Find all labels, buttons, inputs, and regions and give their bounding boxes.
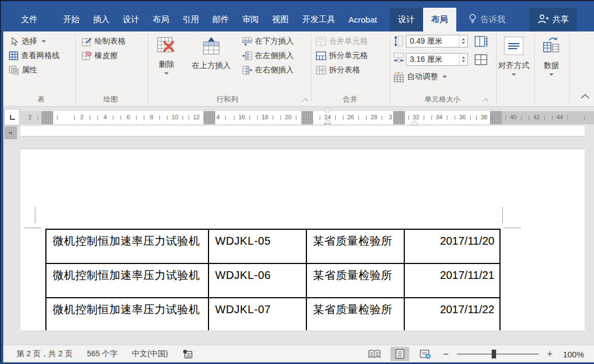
table-row[interactable]: 微机控制恒加速率压力试验机 WDJKL-05 某省质量检验所 2017/11/2… (46, 229, 500, 263)
horizontal-ruler[interactable]: 2246810124161820242628332343638404244 (19, 111, 594, 124)
tab-table-tools-design[interactable]: 设计 (390, 8, 423, 31)
tab-references[interactable]: 引用 (176, 8, 206, 31)
insert-right-label: 在右侧插入 (255, 65, 294, 75)
right-indent-marker[interactable] (410, 120, 418, 125)
cell-date[interactable]: 2017/11/20 (404, 229, 500, 263)
cell-model[interactable]: WDJKL-05 (209, 229, 306, 263)
word-count-status[interactable]: 565 个字 (87, 349, 117, 359)
ruler-tick (476, 115, 477, 120)
cell-org[interactable]: 某省质量检验所 (306, 263, 404, 298)
ruler-tick (159, 115, 160, 120)
select-button[interactable]: 选择 (11, 35, 46, 48)
document-table[interactable]: 微机控制恒加速率压力试验机 WDJKL-05 某省质量检验所 2017/11/2… (45, 229, 501, 330)
tab-home[interactable]: 开始 (56, 8, 86, 31)
column-width-spinner[interactable] (459, 54, 467, 65)
group-divider (534, 33, 535, 104)
zoom-slider-thumb[interactable] (492, 350, 496, 358)
hanging-indent-marker[interactable] (324, 119, 331, 123)
collapse-ribbon-chevron-icon[interactable] (580, 92, 591, 101)
insert-right-icon (242, 66, 252, 75)
ruler-tick (144, 115, 144, 120)
eraser-button[interactable]: 橡皮擦 (82, 49, 118, 62)
macro-record-icon[interactable] (183, 350, 193, 359)
zoom-out-button[interactable]: − (441, 349, 450, 360)
ruler-number: 40 (510, 114, 517, 120)
tab-design[interactable]: 设计 (116, 8, 146, 31)
tab-page-layout[interactable]: 布局 (146, 8, 176, 31)
cell-org[interactable]: 某省质量检验所 (306, 229, 404, 263)
vertical-ruler-row-marker[interactable]: 4 (4, 126, 17, 139)
ruler-table-column-marker[interactable] (393, 111, 405, 124)
zoom-level[interactable]: 100% (561, 350, 584, 359)
ruler-number: 18 (262, 114, 268, 120)
group-label-rows-cols: 行和列 (169, 94, 285, 104)
ruler-number: 34 (436, 114, 442, 120)
row-height-spinner[interactable] (459, 35, 467, 47)
merge-cells-button[interactable]: 合并单元格 (316, 35, 368, 48)
data-dropdown-caret (549, 73, 554, 76)
tell-me-label: 告诉我 (481, 14, 506, 25)
zoom-in-button[interactable]: + (545, 349, 554, 360)
column-width-input[interactable]: 3.16 厘米 (406, 53, 468, 66)
table-row[interactable]: 微机控制恒加速率压力试验机 WDJKL-07 某省质量检验所 2017/11/2… (46, 298, 500, 330)
draw-table-button[interactable]: 绘制表格 (82, 35, 126, 48)
row-height-input[interactable]: 0.49 厘米 (406, 35, 468, 48)
tab-acrobat[interactable]: Acrobat (342, 8, 384, 31)
cell-model[interactable]: WDJKL-06 (209, 263, 306, 298)
share-button[interactable]: 共享 (529, 8, 577, 31)
zoom-slider[interactable] (457, 354, 539, 355)
cell-device[interactable]: 微机控制恒加速率压力试验机 (46, 298, 209, 330)
properties-button[interactable]: 属性 (9, 64, 37, 77)
view-gridlines-button[interactable]: 查看网格线 (9, 49, 60, 62)
print-layout-button[interactable] (390, 347, 409, 361)
language-status[interactable]: 中文(中国) (132, 349, 168, 359)
alignment-label: 对齐方式 (498, 60, 529, 70)
split-cells-button[interactable]: 拆分单元格 (316, 49, 368, 62)
tab-insert[interactable]: 插入 (86, 8, 116, 31)
ruler-tick (552, 115, 553, 120)
first-line-indent-marker[interactable] (324, 109, 331, 113)
page-1-bottom-edge (20, 126, 585, 136)
distribute-columns-button[interactable] (475, 35, 489, 50)
ruler-table-column-marker[interactable] (301, 111, 313, 124)
cell-device[interactable]: 微机控制恒加速率压力试验机 (46, 263, 209, 298)
indent-markers[interactable] (324, 109, 331, 126)
alignment-button[interactable]: 对齐方式 (496, 34, 532, 92)
ruler-tick (567, 115, 568, 120)
read-mode-button[interactable] (365, 347, 384, 361)
ruler-tick (234, 115, 235, 120)
autofit-button[interactable]: 自动调整 (394, 70, 447, 83)
split-table-button[interactable]: 拆分表格 (316, 64, 360, 77)
data-button[interactable]: 数据 (535, 34, 567, 92)
cell-size-dialog-launcher-icon[interactable] (482, 96, 488, 102)
delete-button[interactable]: 删除 (150, 34, 183, 92)
cell-device[interactable]: 微机控制恒加速率压力试验机 (46, 229, 209, 263)
tab-view[interactable]: 视图 (265, 8, 295, 31)
rows-cols-dialog-launcher-icon[interactable] (302, 96, 308, 102)
tell-me-box[interactable]: 告诉我 (464, 8, 510, 31)
distribute-rows-button[interactable] (475, 54, 489, 68)
cell-date[interactable]: 2017/11/22 (404, 298, 500, 330)
tab-mailings[interactable]: 邮件 (206, 8, 236, 31)
ruler-tick (183, 115, 183, 120)
tab-review[interactable]: 审阅 (236, 8, 265, 31)
ruler-table-column-marker[interactable] (204, 111, 215, 124)
document-page[interactable]: 微机控制恒加速率压力试验机 WDJKL-05 某省质量检验所 2017/11/2… (20, 149, 585, 330)
web-layout-button[interactable] (416, 347, 435, 361)
cell-org[interactable]: 某省质量检验所 (306, 298, 404, 330)
page-number-status[interactable]: 第 2 页，共 2 页 (17, 349, 72, 359)
cell-model[interactable]: WDJKL-07 (209, 298, 306, 330)
ruler-number: 8 (150, 114, 153, 120)
insert-right-button[interactable]: 在右侧插入 (242, 64, 294, 77)
insert-below-button[interactable]: 在下方插入 (242, 35, 294, 48)
ruler-tick (455, 115, 455, 120)
insert-left-button[interactable]: 在左侧插入 (242, 49, 294, 62)
table-row[interactable]: 微机控制恒加速率压力试验机 WDJKL-06 某省质量检验所 2017/11/2… (46, 263, 500, 298)
ruler-table-column-marker[interactable] (41, 111, 53, 124)
insert-above-button[interactable]: 在上方插入 (186, 34, 237, 92)
cell-date[interactable]: 2017/11/21 (404, 263, 500, 298)
tab-table-tools-layout[interactable]: 布局 (423, 8, 456, 31)
tab-file[interactable]: 文件 (14, 8, 44, 31)
text-boundary-mark (502, 207, 503, 223)
tab-developer[interactable]: 开发工具 (295, 8, 342, 31)
